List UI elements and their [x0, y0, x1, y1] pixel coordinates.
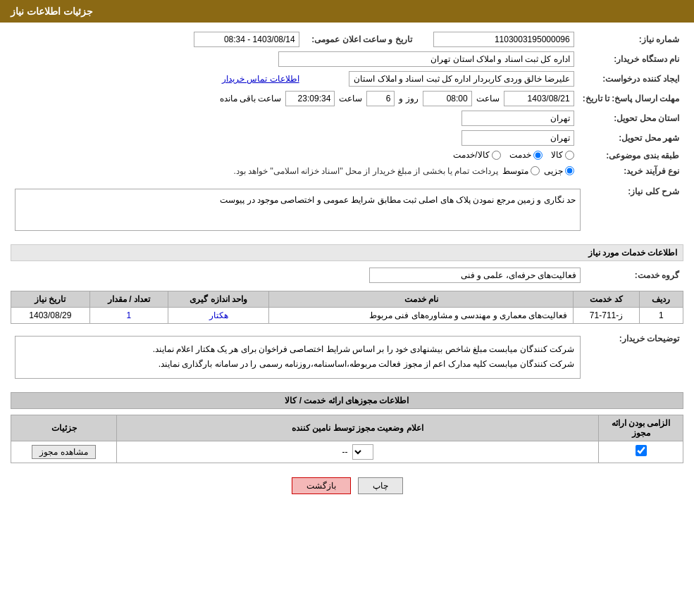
category-kala-khedmat[interactable]: کالا/خدمت [453, 150, 500, 160]
license-table: الزامی بودن ارائه مجوز اعلام وضعیت مجوز … [11, 415, 683, 463]
col-service-name: نام خدمت [269, 291, 574, 307]
license-status-select[interactable]: ▼ [352, 444, 373, 460]
license-required-checkbox[interactable] [636, 445, 647, 456]
need-description-content: حد نگاری و زمین مرجع نمودن پلاک های اصلی… [220, 195, 576, 205]
response-time-input[interactable] [423, 91, 472, 106]
services-table-row: 1 ز-711-71 فعالیت‌های معماری و مهندسی و … [11, 307, 683, 323]
license-section-title: اطلاعات مجوزهای ارائه خدمت / کالا [11, 392, 683, 409]
response-time2-label: ساعت [339, 94, 362, 103]
response-deadline-label: مهلت ارسال پاسخ: تا تاریخ: [578, 89, 683, 108]
response-date-input[interactable] [504, 91, 574, 106]
license-col-required: الزامی بودن ارائه مجوز [599, 415, 683, 441]
col-row-num: ردیف [639, 291, 683, 307]
cell-need-date: 1403/08/29 [11, 307, 90, 323]
print-button[interactable]: چاپ [358, 477, 403, 494]
col-need-date: تاریخ نیاز [11, 291, 90, 307]
buyer-org-input[interactable] [278, 51, 574, 67]
response-time-label: ساعت [476, 94, 500, 103]
buyer-notes-line2: شرکت کنندگان میابست کلیه مدارک اعم از مج… [21, 357, 574, 372]
license-table-row: ▼ -- مشاهده مجوز [11, 441, 683, 463]
delivery-city-label: شهر محل تحویل: [578, 128, 683, 148]
creator-input[interactable] [349, 71, 574, 87]
general-info-table: شماره نیاز: تاریخ و ساعت اعلان عمومی: نا… [11, 30, 683, 178]
delivery-city-input[interactable] [461, 130, 574, 146]
cell-unit: هکتار [168, 307, 269, 323]
buyer-notes-box: شرکت کنندگان میابست مبلغ شاخص بیشنهادی خ… [15, 336, 581, 379]
response-remaining-input[interactable] [285, 91, 335, 106]
view-license-button[interactable]: مشاهده مجوز [32, 445, 95, 459]
delivery-province-label: استان محل تحویل: [578, 108, 683, 128]
service-group-label: گروه خدمت: [585, 265, 683, 285]
license-required-cell [599, 441, 683, 463]
category-kala[interactable]: کالا [551, 150, 574, 160]
buyer-contact-link[interactable]: اطلاعات تماس خریدار [222, 74, 299, 84]
creator-label: ایجاد کننده درخواست: [578, 69, 683, 89]
response-days-input[interactable] [366, 91, 395, 106]
response-remaining-label: ساعت باقی مانده [220, 94, 282, 103]
license-status-cell: ▼ -- [117, 441, 599, 463]
license-status-value: -- [342, 447, 348, 457]
col-unit: واحد اندازه گیری [168, 291, 269, 307]
col-quantity: تعداد / مقدار [89, 291, 168, 307]
need-description-label: شرح کلی نیاز: [585, 182, 683, 237]
purchase-type-note: پرداخت تمام یا بخشی از مبلغ خریدار از مح… [233, 166, 497, 176]
back-button[interactable]: بازگشت [292, 477, 351, 494]
delivery-province-input[interactable] [461, 111, 574, 126]
need-number-input[interactable] [433, 32, 574, 47]
services-section-title: اطلاعات خدمات مورد نیاز [11, 244, 683, 261]
purchase-type-label: نوع فرآیند خرید: [578, 164, 683, 178]
license-col-details: جزئیات [11, 415, 117, 441]
content-area: شماره نیاز: تاریخ و ساعت اعلان عمومی: نا… [0, 23, 694, 515]
purchase-type-jozii[interactable]: جزیی [544, 166, 574, 176]
response-days-label: روز و [399, 94, 418, 103]
cell-service-code: ز-711-71 [574, 307, 639, 323]
license-col-status: اعلام وضعیت مجوز توسط نامین کننده [117, 415, 599, 441]
col-service-code: کد خدمت [574, 291, 639, 307]
category-khedmat[interactable]: خدمت [509, 150, 543, 160]
service-group-row: گروه خدمت: [11, 265, 683, 285]
category-radio-group: کالا خدمت کالا/خدمت [453, 150, 574, 160]
announcement-date-input[interactable] [194, 32, 299, 47]
page-container: جزئیات اطلاعات نیاز شماره نیاز: تاریخ و … [0, 0, 694, 616]
need-description-section: شرح کلی نیاز: حد نگاری و زمین مرجع نمودن… [11, 182, 683, 237]
buyer-notes-line1: شرکت کنندگان میابست مبلغ شاخص بیشنهادی خ… [21, 342, 574, 358]
purchase-type-motavsat[interactable]: متوسط [502, 166, 540, 176]
category-label: طبقه بندی موضوعی: [578, 148, 683, 164]
announcement-date-label: تاریخ و ساعت اعلان عمومی: [304, 30, 416, 49]
buyer-notes-section: توضیحات خریدار: شرکت کنندگان میابست مبلغ… [11, 329, 683, 385]
services-table: ردیف کد خدمت نام خدمت واحد اندازه گیری ت… [11, 291, 683, 324]
need-number-label: شماره نیاز: [578, 30, 683, 49]
buyer-org-label: نام دستگاه خریدار: [578, 49, 683, 69]
license-details-cell: مشاهده مجوز [11, 441, 117, 463]
service-group-input[interactable] [369, 268, 581, 283]
page-title: جزئیات اطلاعات نیاز [11, 6, 93, 17]
cell-service-name: فعالیت‌های معماری و مهندسی و مشاوره‌های … [269, 307, 574, 323]
cell-row-num: 1 [639, 307, 683, 323]
cell-quantity: 1 [89, 307, 168, 323]
page-header: جزئیات اطلاعات نیاز [0, 0, 694, 23]
buyer-notes-label: توضیحات خریدار: [585, 329, 683, 385]
need-description-box: حد نگاری و زمین مرجع نمودن پلاک های اصلی… [15, 189, 581, 231]
footer-buttons: چاپ بازگشت [11, 477, 683, 494]
